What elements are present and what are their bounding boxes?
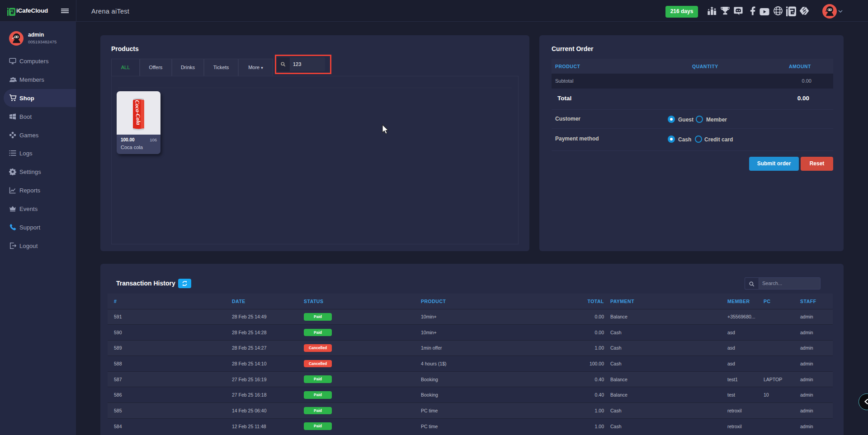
svg-text:Coca-Cola: Coca-Cola — [134, 100, 142, 125]
